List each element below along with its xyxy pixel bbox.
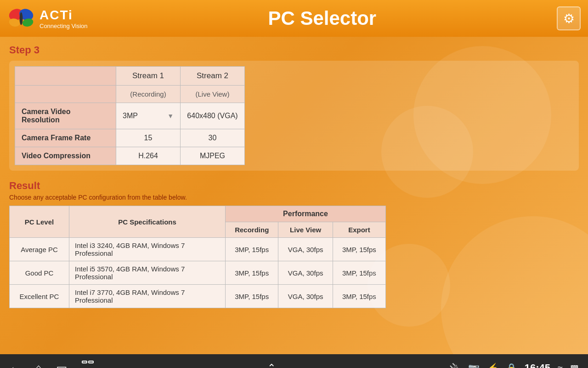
excellent-pc-specs: Intel i7 3770, 4GB RAM, Windows 7 Profes…	[69, 285, 226, 308]
clock-display: 16:45	[525, 362, 550, 368]
average-pc-recording: 3MP, 15fps	[226, 238, 278, 261]
screenshot-button[interactable]	[81, 360, 94, 368]
image-icon: 📷	[468, 362, 480, 368]
good-pc-liveview: VGA, 30fps	[278, 261, 333, 285]
wifi-icon: ≈	[558, 363, 563, 368]
excellent-pc-level: Excellent PC	[10, 285, 69, 308]
live-view-header: Live View	[278, 222, 333, 238]
pc-level-header: PC Level	[10, 206, 69, 238]
settings-button[interactable]: ⚙	[557, 6, 581, 30]
svg-rect-6	[89, 361, 93, 363]
average-pc-liveview: VGA, 30fps	[278, 238, 333, 261]
stream2-compression: MJPEG	[181, 147, 245, 165]
dropdown-arrow-icon: ▼	[167, 112, 174, 120]
notifications-icon: 🔒	[506, 362, 517, 368]
logo-acti-text: ACTi	[40, 8, 88, 23]
svg-point-4	[20, 12, 23, 25]
signal-icon: ▩	[570, 362, 579, 368]
logo-area: ACTi Connecting Vision	[7, 7, 88, 30]
excellent-pc-liveview: VGA, 30fps	[278, 285, 333, 308]
stream-config-table: Stream 1 Stream 2 (Recording) (Live View…	[15, 66, 245, 165]
table-row: Average PC Intel i3 3240, 4GB RAM, Windo…	[10, 238, 386, 261]
home-button[interactable]: ⌂	[35, 361, 42, 368]
nav-center: ⌃	[267, 362, 276, 368]
stream1-resolution[interactable]: 3MP ▼	[116, 103, 181, 129]
performance-header: Performance	[226, 206, 386, 222]
excellent-pc-recording: 3MP, 15fps	[226, 285, 278, 308]
stream2-header: Stream 2	[181, 67, 245, 86]
butterfly-logo	[7, 7, 35, 30]
nav-bar: ← ⌂ ▭ ⌃ 🔌 📷 ⚡ 🔒 16:45 ≈ ▩	[0, 354, 588, 368]
result-header-row1: PC Level PC Specifications Performance	[10, 206, 386, 222]
stream1-framerate: 15	[116, 129, 181, 147]
export-header: Export	[333, 222, 385, 238]
table-row: Good PC Intel i5 3570, 4GB RAM, Windows …	[10, 261, 386, 285]
stream-subheader-row: (Recording) (Live View)	[15, 86, 245, 103]
good-pc-specs: Intel i5 3570, 4GB RAM, Windows 7 Profes…	[69, 261, 226, 285]
table-row: Video Compression H.264 MJPEG	[15, 147, 245, 165]
table-row: Excellent PC Intel i7 3770, 4GB RAM, Win…	[10, 285, 386, 308]
stream1-header: Stream 1	[116, 67, 181, 86]
logo-text: ACTi Connecting Vision	[40, 8, 88, 29]
recording-header: Recording	[226, 222, 278, 238]
average-pc-level: Average PC	[10, 238, 69, 261]
stream2-framerate: 30	[181, 129, 245, 147]
recent-apps-button[interactable]: ▭	[56, 361, 68, 368]
good-pc-recording: 3MP, 15fps	[226, 261, 278, 285]
gear-icon: ⚙	[563, 11, 575, 26]
good-pc-level: Good PC	[10, 261, 69, 285]
main-content: Step 3 Stream 1 Stream 2 (Recording) (Li…	[0, 37, 588, 354]
logo-tagline-text: Connecting Vision	[40, 23, 88, 29]
svg-rect-5	[82, 361, 87, 363]
scroll-up-icon[interactable]: ⌃	[267, 362, 276, 368]
table-row: Camera Frame Rate 15 30	[15, 129, 245, 147]
stream-header-row: Stream 1 Stream 2	[15, 67, 245, 86]
stream1-sub: (Recording)	[116, 86, 181, 103]
watermark-2	[381, 106, 473, 198]
framerate-label: Camera Frame Rate	[15, 129, 116, 147]
average-pc-specs: Intel i3 3240, 4GB RAM, Windows 7 Profes…	[69, 238, 226, 261]
pc-specs-header: PC Specifications	[69, 206, 226, 238]
nav-left-buttons: ← ⌂ ▭	[9, 360, 94, 368]
battery-charging-icon: ⚡	[487, 362, 498, 368]
compression-label: Video Compression	[15, 147, 116, 165]
resolution-label: Camera Video Resolution	[15, 103, 116, 129]
result-table: PC Level PC Specifications Performance R…	[9, 206, 386, 308]
usb-icon: 🔌	[449, 362, 461, 368]
nav-right-status: 🔌 📷 ⚡ 🔒 16:45 ≈ ▩	[449, 362, 579, 368]
stream2-sub: (Live View)	[181, 86, 245, 103]
table-row: Camera Video Resolution 3MP ▼ 640x480 (V…	[15, 103, 245, 129]
app-header: ACTi Connecting Vision PC Selector ⚙	[0, 0, 588, 37]
page-title: PC Selector	[88, 7, 557, 29]
stream2-resolution: 640x480 (VGA)	[181, 103, 245, 129]
result-subtitle: Choose any acceptable PC configuration f…	[9, 194, 579, 201]
back-button[interactable]: ←	[9, 361, 21, 368]
stream1-compression: H.264	[116, 147, 181, 165]
watermark-4	[368, 244, 450, 327]
